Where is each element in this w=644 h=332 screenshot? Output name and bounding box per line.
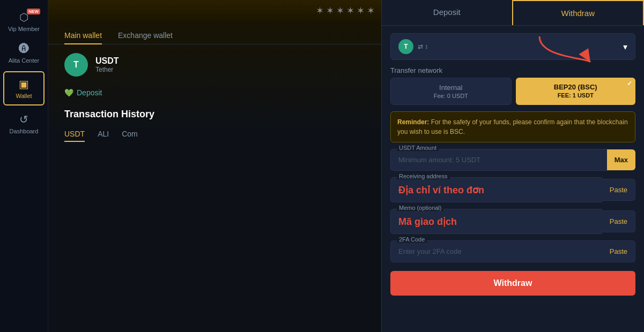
internal-fee: Fee: 0 USDT	[396, 93, 506, 99]
reminder-text: For the safety of your funds, please con…	[397, 118, 628, 135]
memo-paste-button[interactable]: Paste	[602, 210, 635, 232]
deposit-icon: 💚	[64, 88, 73, 97]
dashboard-icon: ↺	[19, 113, 28, 126]
usdt-symbol: USDT	[95, 56, 119, 66]
reminder-prefix: Reminder:	[397, 118, 429, 126]
usdt-info: USDT Tether	[95, 56, 119, 73]
sidebar-item-alita-center[interactable]: 🅐 Alita Center	[0, 37, 48, 69]
panel-body: T ⇄ ↕ ▾ Transfer network Internal Fee: 0…	[382, 26, 644, 303]
usdt-amount-input[interactable]	[390, 149, 607, 171]
panel-tabs: Deposit Withdraw	[382, 0, 644, 26]
usdt-amount-input-row: Max	[390, 149, 635, 171]
twofa-input[interactable]	[390, 240, 602, 262]
max-button[interactable]: Max	[607, 149, 635, 170]
network-options: Internal Fee: 0 USDT BEP20 (BSC) FEE: 1 …	[390, 78, 635, 105]
twofa-row: Paste	[390, 240, 635, 262]
asterisks: ✶✶✶✶✶✶	[316, 5, 377, 17]
sidebar-item-dashboard[interactable]: ↺ Dashboard	[0, 108, 48, 140]
withdraw-panel: Deposit Withdraw T ⇄ ↕ ▾ Transfer networ…	[381, 0, 644, 332]
memo-group: Memo (optional) Paste	[390, 209, 635, 234]
sidebar-item-alita-label: Alita Center	[9, 57, 39, 64]
tether-icon: T	[398, 39, 413, 54]
usdt-icon: T	[64, 53, 88, 77]
twofa-group: 2FA Code Paste	[390, 240, 635, 262]
deposit-label: Deposit	[77, 88, 102, 97]
receiving-address-row: Paste	[390, 177, 635, 202]
receiving-address-label: Receiving address	[397, 173, 450, 179]
receiving-address-input[interactable]	[390, 177, 602, 202]
usdt-full-name: Tether	[95, 66, 119, 73]
panel-tab-deposit[interactable]: Deposit	[382, 0, 512, 25]
bep20-checkmark: ✓	[627, 80, 632, 87]
transfer-network-section: Transfer network Internal Fee: 0 USDT BE…	[390, 66, 635, 105]
tx-tab-ali[interactable]: ALI	[98, 126, 109, 141]
tab-exchange-wallet[interactable]: Exchange wallet	[118, 27, 173, 44]
memo-row: Paste	[390, 209, 635, 234]
currency-left: T ⇄ ↕	[398, 39, 428, 54]
chevron-down-icon: ▾	[623, 42, 627, 52]
twofa-label: 2FA Code	[397, 236, 427, 243]
address-paste-button[interactable]: Paste	[602, 179, 635, 201]
sidebar-item-wallet-label: Wallet	[16, 93, 32, 99]
tab-main-wallet[interactable]: Main wallet	[64, 27, 102, 44]
transfer-network-label: Transfer network	[390, 66, 635, 74]
bep20-label: BEP20 (BSC)	[521, 83, 631, 91]
twofa-paste-button[interactable]: Paste	[602, 240, 635, 262]
sidebar: ⬡ Vip Member NEW 🅐 Alita Center ▣ Wallet…	[0, 0, 48, 332]
bep20-fee: FEE: 1 USDT	[521, 92, 631, 99]
reminder-box: Reminder: For the safety of your funds, …	[390, 111, 635, 142]
alita-center-icon: 🅐	[19, 43, 29, 55]
memo-label: Memo (optional)	[397, 205, 443, 211]
sidebar-item-dashboard-label: Dashboard	[10, 128, 39, 134]
sidebar-item-wallet[interactable]: ▣ Wallet	[3, 71, 45, 105]
receiving-address-group: Receiving address Paste	[390, 177, 635, 202]
usdt-amount-group: USDT Amount Max	[390, 149, 635, 171]
panel-tab-withdraw[interactable]: Withdraw	[512, 0, 645, 25]
tx-tab-com[interactable]: Com	[122, 126, 138, 141]
sidebar-item-vip-member[interactable]: ⬡ Vip Member NEW	[0, 5, 48, 37]
main-content: ✶✶✶✶✶✶ Main wallet Exchange wallet T USD…	[48, 0, 644, 332]
tx-tab-usdt[interactable]: USDT	[64, 126, 85, 141]
memo-input[interactable]	[390, 209, 602, 234]
network-btn-internal[interactable]: Internal Fee: 0 USDT	[390, 78, 512, 105]
usdt-amount-label: USDT Amount	[397, 145, 439, 151]
network-btn-bep20[interactable]: BEP20 (BSC) FEE: 1 USDT ✓	[516, 78, 636, 105]
sidebar-item-vip-label: Vip Member	[8, 26, 40, 32]
withdraw-submit-button[interactable]: Withdraw	[390, 271, 635, 296]
new-badge: NEW	[27, 9, 40, 14]
internal-label: Internal	[396, 84, 506, 92]
wallet-icon: ▣	[19, 78, 29, 90]
currency-arrows: ⇄ ↕	[418, 43, 428, 50]
currency-selector[interactable]: T ⇄ ↕ ▾	[390, 33, 635, 60]
